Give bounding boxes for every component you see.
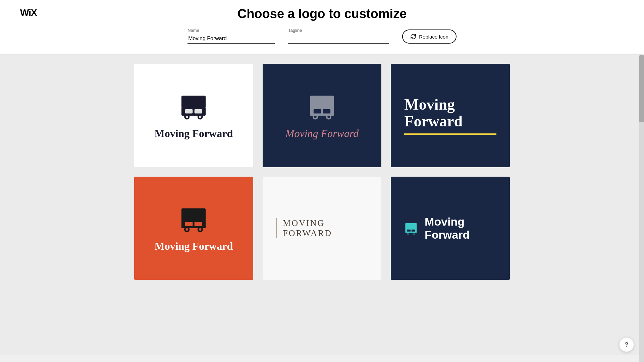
svg-point-15 [327,116,330,118]
svg-point-7 [199,116,202,118]
logo-card-3[interactable]: Moving Forward [391,64,510,167]
truck-icon-4 [178,204,209,234]
svg-rect-17 [181,220,206,228]
svg-rect-0 [181,96,206,108]
header-controls: Name Tagline Replace Icon [20,28,624,44]
logo-card-4[interactable]: Moving Forward [134,177,253,280]
logo-inner-3: Moving Forward [404,96,496,135]
logo-inner-5: Moving Forward [276,218,368,238]
logo-card-6[interactable]: Moving Forward [391,177,510,280]
replace-icon-button[interactable]: Replace Icon [402,29,457,44]
logo-grid: Moving Forward Moving Forward [134,64,510,280]
truck-icon-1 [178,91,209,121]
truck-icon-6 [404,220,418,237]
logo-name-2: Moving Forward [285,127,359,140]
replace-icon [410,34,416,40]
yellow-underline [404,133,496,135]
help-label: ? [625,341,629,348]
logo-name-4: Moving Forward [154,240,233,252]
scrollbar-track[interactable] [639,55,644,362]
name-label: Name [187,28,275,33]
svg-point-5 [186,116,188,118]
svg-rect-1 [181,107,206,115]
vertical-bar [276,218,277,238]
svg-rect-9 [310,107,334,115]
tagline-input[interactable] [288,34,389,44]
tagline-label: Tagline [288,28,389,33]
logo-name-5: Moving Forward [283,218,368,238]
name-input[interactable] [187,34,275,44]
svg-rect-24 [406,223,417,229]
svg-rect-11 [323,109,331,114]
tagline-input-group: Tagline [288,28,389,44]
svg-point-13 [314,116,317,118]
truck-icon-2 [307,91,337,121]
logo-grid-container: Moving Forward Moving Forward [0,54,644,355]
svg-point-21 [186,228,188,231]
svg-rect-18 [185,222,193,226]
svg-rect-26 [407,230,411,232]
logo-name-3: Moving Forward [404,96,496,130]
logo-inner-4: Moving Forward [154,204,233,252]
name-input-group: Name [187,28,275,44]
svg-point-23 [199,228,202,231]
logo-inner-6: Moving Forward [404,215,496,241]
svg-point-29 [408,233,409,234]
logo-name-1: Moving Forward [154,127,233,140]
help-button[interactable]: ? [619,337,634,352]
logo-card-2[interactable]: Moving Forward [263,64,382,167]
logo-name-6: Moving Forward [425,215,496,241]
svg-rect-2 [185,109,193,114]
svg-point-31 [414,233,415,234]
logo-inner-2: Moving Forward [285,91,359,140]
header: WiX Choose a logo to customize Name Tagl… [0,0,644,54]
replace-icon-label: Replace Icon [419,34,448,40]
page-title: Choose a logo to customize [20,7,624,28]
scrollbar-thumb[interactable] [639,55,644,122]
logo-card-5[interactable]: Moving Forward [263,177,382,280]
logo-card-1[interactable]: Moving Forward [134,64,253,167]
svg-rect-8 [310,96,334,108]
svg-rect-10 [314,109,321,114]
svg-rect-3 [195,109,202,114]
svg-rect-16 [181,208,206,221]
wix-logo: WiX [20,7,37,18]
svg-rect-27 [412,230,415,232]
svg-rect-19 [195,222,202,226]
logo-inner-1: Moving Forward [154,91,233,140]
